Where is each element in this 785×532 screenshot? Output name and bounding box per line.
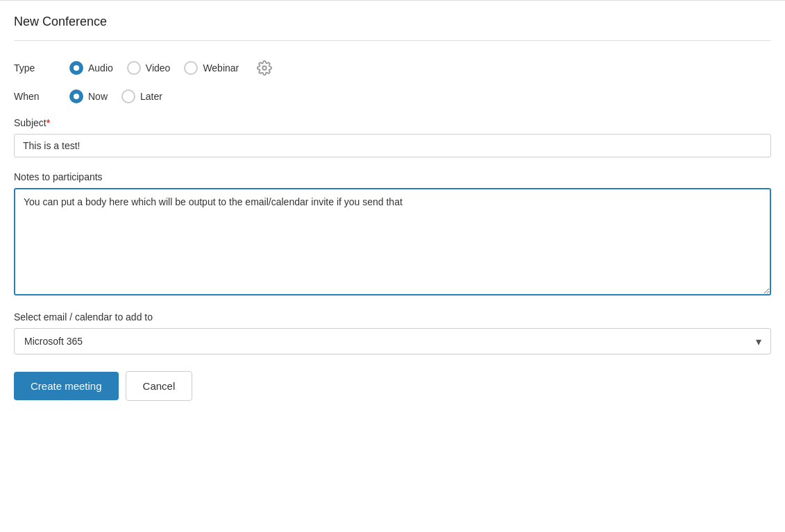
calendar-label: Select email / calendar to add to bbox=[14, 311, 771, 323]
page-title: New Conference bbox=[14, 15, 771, 41]
type-webinar-option[interactable]: Webinar bbox=[184, 61, 239, 75]
type-webinar-radio[interactable] bbox=[184, 61, 198, 75]
subject-section: Subject* bbox=[14, 117, 771, 157]
create-meeting-button[interactable]: Create meeting bbox=[14, 372, 119, 400]
subject-required-marker: * bbox=[47, 117, 50, 128]
button-row: Create meeting Cancel bbox=[14, 371, 771, 401]
type-audio-label: Audio bbox=[88, 62, 113, 74]
notes-textarea[interactable]: You can put a body here which will be ou… bbox=[14, 188, 771, 295]
subject-label: Subject bbox=[14, 117, 47, 128]
type-audio-radio[interactable] bbox=[69, 61, 83, 75]
type-audio-option[interactable]: Audio bbox=[69, 61, 113, 75]
notes-label: Notes to participants bbox=[14, 171, 771, 182]
when-later-label: Later bbox=[140, 91, 162, 102]
type-video-label: Video bbox=[146, 62, 171, 74]
when-label: When bbox=[14, 91, 69, 102]
subject-label-row: Subject* bbox=[14, 117, 771, 128]
when-later-option[interactable]: Later bbox=[121, 89, 162, 103]
when-now-option[interactable]: Now bbox=[69, 89, 108, 103]
when-now-label: Now bbox=[88, 91, 108, 102]
calendar-section: Select email / calendar to add to Micros… bbox=[14, 311, 771, 354]
svg-point-0 bbox=[263, 66, 267, 70]
type-video-radio[interactable] bbox=[127, 61, 141, 75]
cancel-button[interactable]: Cancel bbox=[126, 371, 193, 401]
settings-icon[interactable] bbox=[257, 60, 272, 76]
type-webinar-label: Webinar bbox=[203, 62, 239, 74]
type-radio-group: Audio Video Webinar bbox=[69, 60, 272, 76]
when-later-radio[interactable] bbox=[121, 89, 135, 103]
calendar-select-wrapper: Microsoft 365 Google Calendar None ▾ bbox=[14, 328, 771, 354]
subject-input[interactable] bbox=[14, 134, 771, 157]
calendar-select[interactable]: Microsoft 365 Google Calendar None bbox=[14, 328, 771, 354]
when-now-radio[interactable] bbox=[69, 89, 83, 103]
page-container: New Conference Type Audio Video Webinar bbox=[0, 0, 785, 532]
type-label: Type bbox=[14, 62, 69, 74]
when-radio-group: Now Later bbox=[69, 89, 162, 103]
notes-section: Notes to participants You can put a body… bbox=[14, 171, 771, 298]
when-row: When Now Later bbox=[14, 89, 771, 103]
type-row: Type Audio Video Webinar bbox=[14, 60, 771, 76]
type-video-option[interactable]: Video bbox=[127, 61, 171, 75]
